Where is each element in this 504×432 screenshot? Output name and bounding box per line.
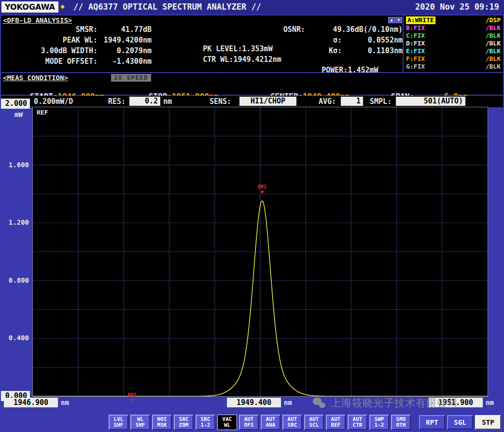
softkey-vac-wl[interactable]: VACWL [217,415,237,430]
osnr-readout: OSNR: 49.36dB(/0.10nm) [260,25,403,34]
rpt-button[interactable]: RPT [419,415,445,430]
softkey-src-1-2[interactable]: SRC1-2 [196,415,215,430]
width-3db-label: 3.00dB WIDTH: [1,46,98,55]
analysis-title: <DFB-LD ANALYSIS> [3,16,72,24]
yokogawa-logo: YOKOGAWA [1,1,58,13]
title-bar: YOKOGAWA ◆ // AQ6377 OPTICAL SPECTRUM AN… [0,0,504,14]
chat-bubbles-icon [313,397,327,410]
sigma-label: σ: [260,36,342,44]
trace-d-name: D:FIX [406,40,425,47]
stp-button[interactable]: STP [475,415,501,430]
watermark-text: 上海筱晓光子技术有限公司 [331,396,458,410]
softkey-wl-shf[interactable]: WLSHF [130,415,150,430]
mode-offset-value: -1.4300nm [98,57,152,66]
scroll-down-button[interactable]: ▼ [395,17,402,23]
smsr-label: SMSR: [1,25,98,34]
res-unit: nm [163,97,172,106]
ref-label: REF [37,109,48,116]
trace-row-f[interactable]: F:FIX /BLK [406,55,501,63]
trace-row-g[interactable]: G:FIX /BLK [406,63,501,71]
peak-wl-value: 1949.4200nm [98,36,152,44]
y-tick-1200: 1.200 [1,218,29,226]
trace-row-a[interactable]: A:WRITE /DSP [406,16,501,24]
level-top-field[interactable]: 2.000 [1,99,30,109]
trace-c-name: C:FIX [406,32,425,40]
softkey-aut-src[interactable]: AUTSRC [282,415,302,430]
avg-label: AVG: [319,97,336,106]
trace-f-status: /BLK [486,55,501,63]
smsr-value: 41.77dB [98,25,152,34]
trace-row-e[interactable]: E:FIX /BLK [406,47,501,55]
x-stop-unit: nm [486,399,494,406]
width-3db-readout: 3.00dB WIDTH: 0.2079nm [1,46,152,55]
y-tick-0800: 0.800 [1,276,29,284]
y-tick-0400: 0.400 [1,334,29,342]
x-start-unit: nm [61,399,69,406]
meas-condition-title: <MEAS CONDITION> [3,74,68,82]
sigma-value: 0.0552nm [342,36,403,44]
trace-b-name: B:FIX [406,24,425,32]
dfb-ld-analysis-panel: <DFB-LD ANALYSIS> ▲ ▼ SMSR: 41.77dB PEAK… [1,15,403,72]
trace-b-status: /BLK [486,24,501,32]
x-center-field[interactable]: 1949.400 [227,398,281,407]
softkey-aut-ana[interactable]: AUTANA [261,415,280,430]
diamond-icon: ◆ [60,2,65,11]
avg-field[interactable]: 1 [341,97,363,106]
sgl-button[interactable]: SGL [447,415,473,430]
sens-label: SENS: [210,97,231,106]
ksigma-value: 0.1103nm [342,46,403,55]
app-title: // AQ6377 OPTICAL SPECTRUM ANALYZER // [73,2,261,12]
smpl-label: SMPL: [370,97,392,106]
sweep-settings-band: 0.200mW/D RES: 0.2 nm SENS: HI1/CHOP AVG… [1,96,503,107]
res-label: RES: [108,97,126,106]
trace-d-status: /BLK [486,40,501,47]
mode-offset-label: MODE OFFSET: [1,57,98,66]
osa-screen: YOKOGAWA ◆ // AQ6377 OPTICAL SPECTRUM AN… [0,0,504,432]
trace-e-name: E:FIX [406,47,425,55]
trace-row-b[interactable]: B:FIX /BLK [406,24,501,32]
softkey-src-zom[interactable]: SRCZOM [174,415,194,430]
trace-g-status: /BLK [486,63,501,71]
trace-a-status: /DSP [486,16,501,24]
width-3db-value: 0.2079nm [98,46,152,55]
marker-001: 001▼ [255,185,269,195]
x-start-field[interactable]: 1946.900 [4,398,58,407]
softkey-aut-ref[interactable]: AUTREF [326,415,346,430]
level-unit: mW [14,111,23,118]
peak-wl-readout: PEAK WL: 1949.4200nm [1,36,152,44]
x-center-unit: nm [284,399,292,406]
level-scale-readout: 0.200mW/D [34,97,73,106]
marker-002: 002▽ [126,393,139,403]
ctr-wl-value: 1949.4212nm [233,55,281,64]
softkey-noi-msk[interactable]: NOIMSK [152,415,172,430]
smsr-readout: SMSR: 41.77dB [1,25,152,34]
peak-wl-label: PEAK WL: [1,36,98,44]
sens-field[interactable]: HI1/CHOP [239,97,296,106]
res-field[interactable]: 0.2 [129,97,160,106]
spectrum-plot [33,107,488,396]
osnr-value: 49.36dB(/0.10nm) [305,25,403,34]
datetime: 2020 Nov 25 09:19 [415,2,499,12]
softkey-smo-oth[interactable]: SMOOTH [391,415,411,430]
meas-condition-panel: <MEAS CONDITION> 2X SPEED START:1946.900… [1,73,503,95]
trace-a-name: A:WRITE [406,16,435,24]
softkey-aut-scl[interactable]: AUTSCL [304,415,324,430]
scroll-up-button[interactable]: ▲ [388,17,395,23]
trace-row-d[interactable]: D:FIX /BLK [406,40,501,47]
spectrum-graph: REF 001▼002▽ [33,107,488,396]
trace-e-status: /BLK [486,47,501,55]
ksigma-readout: Kσ: 0.1103nm [260,46,403,55]
softkey-swp-1-2[interactable]: SWP1-2 [369,415,389,430]
softkey-lvl-shf[interactable]: LVLSHF [109,415,128,430]
trace-g-name: G:FIX [406,63,425,71]
speed-badge: 2X SPEED [111,74,151,82]
sigma-readout: σ: 0.0552nm [260,36,403,44]
softkey-aut-ofs[interactable]: AUTOFS [239,415,259,430]
mode-offset-readout: MODE OFFSET: -1.4300nm [1,57,152,66]
trace-status-panel: A:WRITE /DSP B:FIX /BLK C:FIX /BLK D:FIX… [404,15,503,72]
trace-row-c[interactable]: C:FIX /BLK [406,32,501,40]
softkey-aut-ctr[interactable]: AUTCTR [348,415,367,430]
smpl-field[interactable]: 501(AUTO) [396,97,465,106]
y-tick-1600: 1.600 [1,161,29,169]
trace-c-status: /BLK [486,32,501,40]
